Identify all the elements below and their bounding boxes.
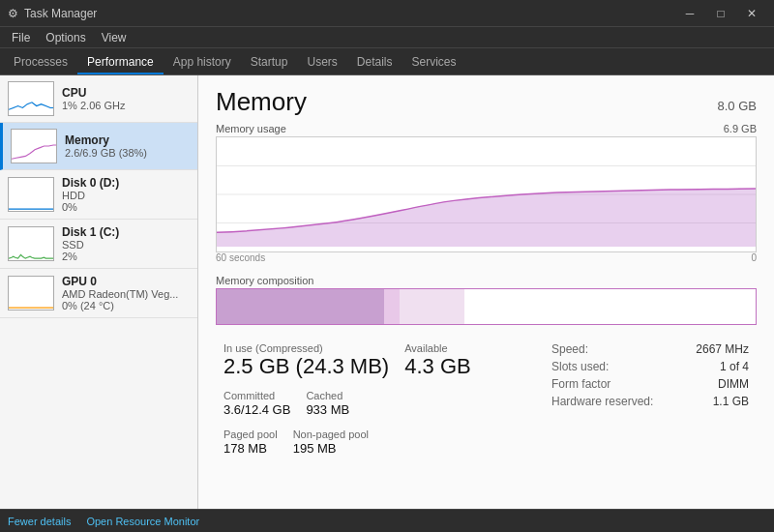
sidebar-item-disk0[interactable]: Disk 0 (D:) HDD 0% xyxy=(0,170,197,220)
slots-value: 1 of 4 xyxy=(720,360,749,373)
time-left: 60 seconds xyxy=(216,252,265,263)
cpu-title: CPU xyxy=(62,86,125,100)
disk0-usage: 0% xyxy=(62,201,119,213)
memory-total: 8.0 GB xyxy=(718,99,757,113)
disk1-usage: 2% xyxy=(62,251,119,262)
available-label: Available xyxy=(404,342,470,354)
speed-label: Speed: xyxy=(551,342,588,356)
gpu0-subtitle1: AMD Radeon(TM) Veg... xyxy=(62,288,178,300)
memory-mini-chart xyxy=(11,129,57,163)
sidebar-item-memory[interactable]: Memory 2.6/6.9 GB (38%) xyxy=(0,123,197,170)
tab-users[interactable]: Users xyxy=(297,51,346,74)
svg-rect-3 xyxy=(9,227,53,260)
minimize-button[interactable]: ─ xyxy=(675,4,704,23)
stat-committed: Committed 3.6/12.4 GB xyxy=(216,384,298,423)
form-factor-value: DIMM xyxy=(718,377,749,391)
gpu0-subtitle2: 0% (24 °C) xyxy=(62,300,178,311)
slots-label: Slots used: xyxy=(551,360,609,373)
usage-graph-section: Memory usage 6.9 GB 60 seconds 0 xyxy=(216,123,757,263)
comp-in-use xyxy=(217,289,384,324)
stat-available: Available 4.3 GB xyxy=(397,337,478,384)
title-bar-controls: ─ □ ✕ xyxy=(675,4,766,23)
right-stats: Speed: 2667 MHz Slots used: 1 of 4 Form … xyxy=(544,337,757,461)
stat-cached: Cached 933 MB xyxy=(298,384,357,423)
in-use-label: In use (Compressed) xyxy=(223,342,389,354)
tab-performance[interactable]: Performance xyxy=(77,51,164,74)
cached-value: 933 MB xyxy=(306,402,349,417)
stats-section: In use (Compressed) 2.5 GB (24.3 MB) Ava… xyxy=(216,337,757,461)
menu-view[interactable]: View xyxy=(94,29,134,46)
tab-services[interactable]: Services xyxy=(402,51,466,74)
title-bar-left: ⚙ Task Manager xyxy=(8,7,97,20)
tab-startup[interactable]: Startup xyxy=(241,51,298,74)
disk1-title: Disk 1 (C:) xyxy=(62,225,119,239)
memory-subtitle: 2.6/6.9 GB (38%) xyxy=(65,147,147,159)
menu-options[interactable]: Options xyxy=(38,29,93,46)
svg-rect-4 xyxy=(9,277,53,310)
disk1-type: SSD xyxy=(62,239,119,251)
main-content: CPU 1% 2.06 GHz Memory 2.6/6.9 GB (38%) xyxy=(0,75,774,509)
time-right: 0 xyxy=(751,252,757,263)
menu-file[interactable]: File xyxy=(4,29,38,46)
hw-reserved-row: Hardware reserved: 1.1 GB xyxy=(551,395,749,408)
speed-value: 2667 MHz xyxy=(696,342,749,356)
paged-pool-label: Paged pool xyxy=(223,429,278,440)
composition-label: Memory composition xyxy=(216,275,313,286)
memory-title: Memory xyxy=(65,133,147,147)
stats-row2: Committed 3.6/12.4 GB Cached 933 MB xyxy=(216,384,544,423)
title-bar: ⚙ Task Manager ─ □ ✕ xyxy=(0,0,774,27)
stat-non-paged-pool: Non-paged pool 195 MB xyxy=(285,423,376,461)
close-button[interactable]: ✕ xyxy=(737,4,766,23)
form-factor-label: Form factor xyxy=(551,377,610,391)
disk1-mini-chart xyxy=(8,226,54,261)
usage-max: 6.9 GB xyxy=(724,123,757,134)
cpu-info: CPU 1% 2.06 GHz xyxy=(62,86,125,111)
disk0-mini-chart xyxy=(8,177,54,212)
stat-paged-pool: Paged pool 178 MB xyxy=(216,423,285,461)
gpu0-mini-chart xyxy=(8,276,54,310)
cached-label: Cached xyxy=(306,390,349,401)
speed-row: Speed: 2667 MHz xyxy=(551,342,749,356)
maximize-button[interactable]: □ xyxy=(706,4,735,23)
tab-bar: Processes Performance App history Startu… xyxy=(0,48,774,75)
composition-section: Memory composition xyxy=(216,271,757,325)
composition-bar xyxy=(216,288,757,325)
available-value: 4.3 GB xyxy=(404,355,470,378)
usage-graph xyxy=(216,136,757,252)
sidebar-item-cpu[interactable]: CPU 1% 2.06 GHz xyxy=(0,75,197,123)
disk1-info: Disk 1 (C:) SSD 2% xyxy=(62,225,119,262)
app-title: Task Manager xyxy=(24,7,97,20)
comp-modified xyxy=(384,289,401,324)
usage-label: Memory usage xyxy=(216,123,286,134)
open-resource-monitor-link[interactable]: Open Resource Monitor xyxy=(86,516,199,527)
tab-processes[interactable]: Processes xyxy=(4,51,77,74)
hw-reserved-label: Hardware reserved: xyxy=(551,395,653,408)
memory-info: Memory 2.6/6.9 GB (38%) xyxy=(65,133,147,159)
committed-label: Committed xyxy=(223,390,290,401)
comp-free xyxy=(464,289,756,324)
comp-standby xyxy=(400,289,464,324)
non-paged-pool-label: Non-paged pool xyxy=(293,429,369,440)
gpu0-info: GPU 0 AMD Radeon(TM) Veg... 0% (24 °C) xyxy=(62,275,178,311)
paged-pool-value: 178 MB xyxy=(223,441,278,456)
disk0-title: Disk 0 (D:) xyxy=(62,176,119,190)
sidebar: CPU 1% 2.06 GHz Memory 2.6/6.9 GB (38%) xyxy=(0,75,198,509)
disk0-type: HDD xyxy=(62,190,119,201)
slots-row: Slots used: 1 of 4 xyxy=(551,360,749,373)
fewer-details-link[interactable]: Fewer details xyxy=(8,516,71,527)
memory-header: Memory 8.0 GB xyxy=(216,87,757,117)
gpu0-title: GPU 0 xyxy=(62,275,178,288)
stats-row3: Paged pool 178 MB Non-paged pool 195 MB xyxy=(216,423,544,461)
sidebar-item-gpu0[interactable]: GPU 0 AMD Radeon(TM) Veg... 0% (24 °C) xyxy=(0,269,197,318)
graph-time-labels: 60 seconds 0 xyxy=(216,252,757,263)
menu-bar: File Options View xyxy=(0,27,774,48)
memory-panel-title: Memory xyxy=(216,87,307,117)
sidebar-item-disk1[interactable]: Disk 1 (C:) SSD 2% xyxy=(0,220,197,269)
cpu-subtitle: 1% 2.06 GHz xyxy=(62,100,125,111)
right-panel: Memory 8.0 GB Memory usage 6.9 GB xyxy=(198,75,774,509)
svg-rect-0 xyxy=(9,82,53,115)
tab-app-history[interactable]: App history xyxy=(164,51,241,74)
svg-rect-2 xyxy=(9,178,53,211)
stats-row1: In use (Compressed) 2.5 GB (24.3 MB) Ava… xyxy=(216,337,544,384)
tab-details[interactable]: Details xyxy=(347,51,402,74)
